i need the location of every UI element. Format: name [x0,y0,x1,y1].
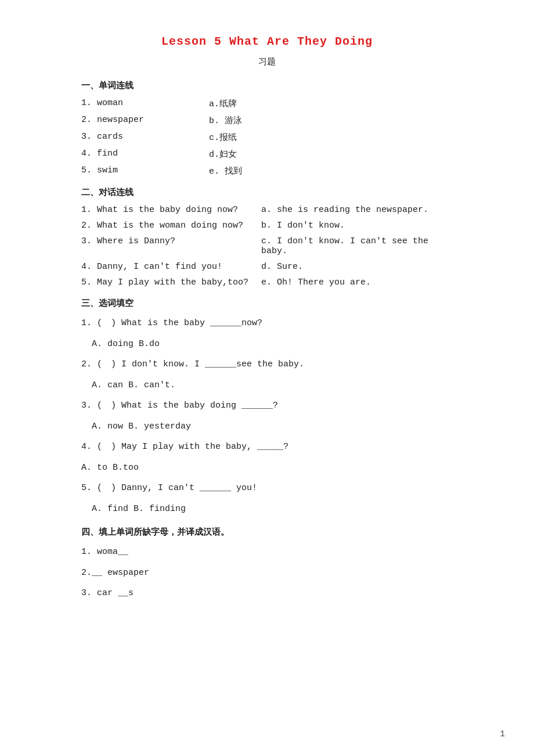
section-2-item-1: 1. What is the baby doing now? a. she is… [81,205,453,215]
section-2-title: 二、对话连线 [81,187,453,198]
section-3-item-2-options: A. can B. can't. [81,378,453,393]
section-2-item-3: 3. Where is Danny? c. I don't know. I ca… [81,236,453,256]
section-3: 三、选词填空 1. ( ) What is the baby ______now… [81,298,453,516]
s2-right-2: b. I don't know. [261,221,453,231]
s1-left-5: 5. swim [81,165,209,177]
section-3-item-3: 3. ( ) What is the baby doing ______? [81,398,453,413]
s1-left-1: 1. woman [81,98,209,109]
s2-right-5: e. Oh! There you are. [261,278,453,287]
s1-right-2: b. 游泳 [209,115,453,126]
section-2-item-5: 5. May I play with the baby,too? e. Oh! … [81,278,453,287]
s1-left-2: 2. newspaper [81,115,209,126]
section-2: 二、对话连线 1. What is the baby doing now? a.… [81,187,453,287]
section-1-item-5: 5. swim e. 找到 [81,165,453,177]
section-3-item-4-options: A. to B.too [81,460,453,476]
s2-left-2: 2. What is the woman doing now? [81,221,261,231]
s1-left-4: 4. find [81,149,209,160]
section-4-item-2: 2.__ ewspaper [81,566,453,581]
s2-left-3: 3. Where is Danny? [81,236,261,256]
s2-left-5: 5. May I play with the baby,too? [81,278,261,287]
s2-right-4: d. Sure. [261,262,453,272]
s1-right-1: a.纸牌 [209,98,453,109]
s1-right-4: d.妇女 [209,149,453,160]
section-1-item-1: 1. woman a.纸牌 [81,98,453,109]
section-3-item-1-options: A. doing B.do [81,337,453,352]
section-2-item-2: 2. What is the woman doing now? b. I don… [81,221,453,231]
s2-left-1: 1. What is the baby doing now? [81,205,261,215]
section-4-item-1: 1. woma__ [81,545,453,560]
section-1-item-3: 3. cards c.报纸 [81,132,453,143]
section-1: 一、单词连线 1. woman a.纸牌 2. newspaper b. 游泳 … [81,80,453,177]
section-3-item-2: 2. ( ) I don't know. I ______see the bab… [81,357,453,372]
section-3-title: 三、选词填空 [81,298,453,309]
section-4: 四、填上单词所缺字母，并译成汉语。 1. woma__ 2.__ ewspape… [81,527,453,601]
section-3-item-5: 5. ( ) Danny, I can't ______ you! [81,481,453,496]
s2-left-4: 4. Danny, I can't find you! [81,262,261,272]
section-3-item-1: 1. ( ) What is the baby ______now? [81,316,453,331]
s2-right-1: a. she is reading the newspaper. [261,205,453,215]
section-3-item-3-options: A. now B. yesterday [81,419,453,434]
section-3-item-5-options: A. find B. finding [81,502,453,517]
page-title: Lesson 5 What Are They Doing [81,35,453,48]
section-1-item-4: 4. find d.妇女 [81,149,453,160]
subtitle: 习题 [81,56,453,67]
section-4-item-3: 3. car __s [81,586,453,601]
section-1-title: 一、单词连线 [81,80,453,91]
section-4-title: 四、填上单词所缺字母，并译成汉语。 [81,527,453,538]
section-1-item-2: 2. newspaper b. 游泳 [81,115,453,126]
s2-right-3: c. I don't know. I can't see the baby. [261,236,453,256]
section-3-item-4: 4. ( ) May I play with the baby, _____? [81,440,453,455]
s1-right-5: e. 找到 [209,165,453,177]
s1-right-3: c.报纸 [209,132,453,143]
s1-left-3: 3. cards [81,132,209,143]
page-number: 1 [500,729,505,739]
section-2-item-4: 4. Danny, I can't find you! d. Sure. [81,262,453,272]
